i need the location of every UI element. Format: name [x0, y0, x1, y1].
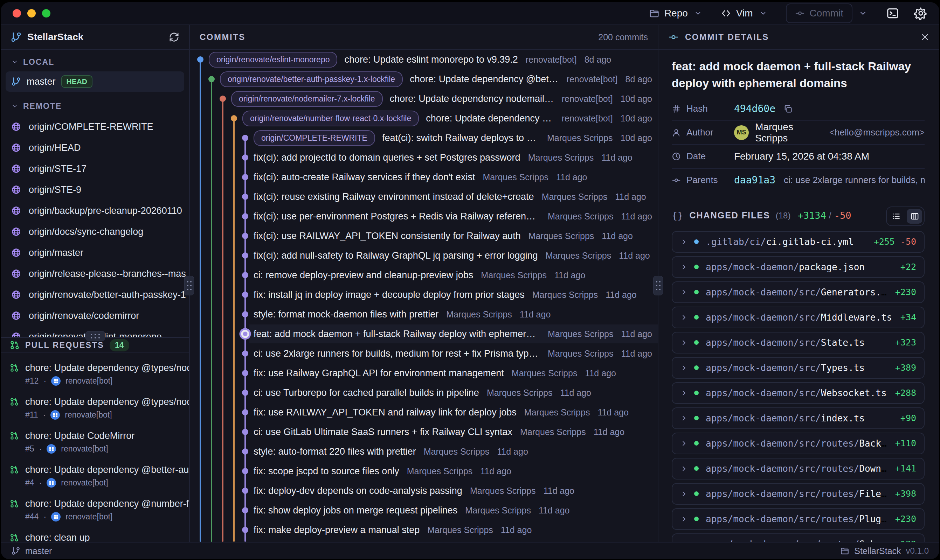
author-name: Marques Scripps — [755, 122, 822, 144]
columns-view-icon[interactable] — [910, 212, 919, 221]
chevron-right-icon[interactable] — [680, 414, 688, 422]
commit-row[interactable]: ci: use Turborepo for cached parallel bu… — [190, 383, 658, 403]
window-minimize-button[interactable] — [27, 9, 36, 17]
branch-badge[interactable]: origin/renovate/better-auth-passkey-1.x-… — [220, 71, 403, 87]
chevron-right-icon[interactable] — [680, 389, 688, 397]
chevron-right-icon[interactable] — [680, 263, 688, 271]
list-view-icon[interactable] — [892, 212, 901, 221]
commit-row[interactable]: fix(ci): auto-create Railway services if… — [190, 167, 658, 187]
changed-file-row[interactable]: apps/mock-daemon/src/Generators.ts +230 — [672, 282, 925, 303]
copy-icon[interactable] — [783, 104, 793, 114]
changed-file-row[interactable]: apps/mock-daemon/src/routes/Download… +1… — [672, 458, 925, 480]
file-deletions: -50 — [900, 237, 916, 247]
commit-row[interactable]: style: format mock-daemon files with pre… — [190, 305, 658, 324]
sidebar-item-remote-branch[interactable]: origin/master — [1, 242, 189, 263]
changed-file-row[interactable]: apps/mock-daemon/src/routes/Backups.… +1… — [672, 432, 925, 454]
commit-hash[interactable]: 494d60e — [734, 103, 775, 114]
changed-file-row[interactable]: apps/mock-daemon/src/routes/Plugins.… +2… — [672, 508, 925, 530]
pull-request-item[interactable]: chore: Update dependency @number-flo #44… — [1, 497, 189, 531]
window-zoom-button[interactable] — [42, 9, 51, 17]
sidebar-item-remote-branch[interactable]: origin/docs/sync-changelog — [1, 221, 189, 242]
branch-badge[interactable]: origin/renovate/eslint-monorepo — [209, 52, 337, 68]
pull-requests-splitter-handle[interactable] — [85, 331, 105, 341]
changed-file-row[interactable]: apps/mock-daemon/src/routes/Schedule… +1… — [672, 534, 925, 542]
commit-row[interactable]: fix(ci): use per-environment Postgres + … — [190, 206, 658, 226]
commit-row[interactable]: fix: scope jscpd to source files only Ma… — [190, 461, 658, 481]
sidebar-item-master[interactable]: master HEAD — [6, 71, 184, 92]
commit-button[interactable]: Commit — [786, 3, 852, 23]
commit-row[interactable]: fix(ci): reuse existing Railway environm… — [190, 187, 658, 206]
sidebar-item-remote-branch[interactable]: origin/release-please--branches--mas — [1, 263, 189, 284]
pull-request-item[interactable]: chore: Update CodeMirror #5 · renovate[b… — [1, 429, 189, 463]
file-directory: apps/mock-daemon/src/routes/ — [706, 539, 859, 542]
sidebar-splitter-handle[interactable] — [184, 276, 194, 295]
sidebar-item-remote-branch[interactable]: origin/backup/pre-cleanup-20260110 — [1, 200, 189, 221]
close-icon[interactable] — [920, 32, 929, 42]
commit-row[interactable]: fix: make deploy-preview a manual step M… — [190, 520, 658, 540]
commit-row[interactable]: origin/renovate/eslint-monorepo chore: U… — [190, 50, 658, 69]
branch-badge[interactable]: origin/renovate/number-flow-react-0.x-lo… — [242, 111, 419, 126]
commit-row[interactable]: fix: use Railway GraphQL API for environ… — [190, 363, 658, 383]
chevron-right-icon[interactable] — [680, 314, 688, 321]
chevron-right-icon[interactable] — [680, 515, 688, 523]
changed-file-row[interactable]: apps/mock-daemon/src/routes/Files.ts +39… — [672, 483, 925, 505]
commit-row[interactable]: origin/renovate/better-auth-passkey-1.x-… — [190, 69, 658, 89]
sidebar-item-remote-branch[interactable]: origin/COMPLETE-REWRITE — [1, 116, 189, 137]
chevron-right-icon[interactable] — [680, 490, 688, 498]
statusbar-branch[interactable]: master — [11, 546, 52, 556]
chevron-right-icon[interactable] — [680, 238, 688, 246]
details-splitter-handle[interactable] — [653, 276, 663, 295]
pull-request-item[interactable]: chore: Update dependency @types/node #11… — [1, 395, 189, 429]
terminal-button[interactable] — [886, 7, 899, 20]
changed-file-row[interactable]: .gitlab/ci/ci.gitlab-ci.yml +255 -50 — [672, 231, 925, 253]
window-close-button[interactable] — [12, 9, 21, 17]
commit-time: 11d ago — [556, 172, 593, 182]
chevron-right-icon[interactable] — [680, 465, 688, 472]
chevron-down-icon[interactable] — [859, 9, 867, 17]
commit-row[interactable]: fix: use RAILWAY_API_TOKEN and railway l… — [190, 403, 658, 422]
sidebar-item-remote-branch[interactable]: origin/HEAD — [1, 137, 189, 158]
parent-hash[interactable]: daa91a3 — [734, 174, 775, 186]
branch-badge[interactable]: origin/renovate/nodemailer-7.x-lockfile — [231, 91, 383, 107]
settings-gear-button[interactable] — [914, 7, 928, 20]
commit-row[interactable]: fix: install jq in deploy image + decoup… — [190, 285, 658, 305]
pull-request-item[interactable]: chore: Update dependency @types/node #12… — [1, 361, 189, 395]
commit-row[interactable]: ci: remove deploy-preview and cleanup-pr… — [190, 265, 658, 285]
commit-row[interactable]: fix(ci): add projectId to domain queries… — [190, 148, 658, 167]
commit-row[interactable]: ci: use 2xlarge runners for builds, medi… — [190, 344, 658, 363]
chevron-right-icon[interactable] — [680, 540, 688, 542]
changed-file-row[interactable]: apps/mock-daemon/src/Types.ts +389 — [672, 357, 925, 379]
changed-file-row[interactable]: apps/mock-daemon/src/index.ts +90 — [672, 408, 925, 429]
sidebar-item-remote-branch[interactable]: origin/renovate/codemirror — [1, 305, 189, 326]
commit-row[interactable]: ci: use GitLab Ultimate SaaS runners + f… — [190, 422, 658, 442]
sidebar-item-remote-branch[interactable]: origin/STE-9 — [1, 179, 189, 200]
sidebar-item-remote-branch[interactable]: origin/STE-17 — [1, 158, 189, 179]
commit-row[interactable]: origin/renovate/number-flow-react-0.x-lo… — [190, 109, 658, 128]
commit-row[interactable]: fix(ci): add null-safety to Railway Grap… — [190, 246, 658, 265]
pull-request-item[interactable]: chore: Update dependency @better-auth #4… — [1, 463, 189, 497]
changed-file-row[interactable]: apps/mock-daemon/src/State.ts +323 — [672, 332, 925, 354]
editor-dropdown[interactable]: Vim — [721, 8, 767, 19]
chevron-right-icon[interactable] — [680, 440, 688, 447]
local-section-header[interactable]: LOCAL — [1, 54, 189, 70]
changed-file-row[interactable]: apps/mock-daemon/src/Middleware.ts +34 — [672, 306, 925, 328]
chevron-right-icon[interactable] — [680, 364, 688, 372]
commit-row[interactable]: fix: show deploy jobs on merge request p… — [190, 500, 658, 520]
commit-row[interactable]: fix: deploy-dev depends on code-analysis… — [190, 481, 658, 500]
refresh-icon[interactable] — [169, 32, 179, 42]
pull-request-item[interactable]: chore: clean up · — [1, 531, 189, 542]
author-email: <hello@mscripps.com> — [829, 127, 925, 138]
branch-badge[interactable]: origin/COMPLETE-REWRITE — [254, 130, 375, 146]
commit-row[interactable]: origin/COMPLETE-REWRITE feat(ci): switch… — [190, 128, 658, 148]
commit-row[interactable]: feat: add mock daemon + full-stack Railw… — [190, 324, 658, 344]
commit-row[interactable]: origin/renovate/nodemailer-7.x-lockfile … — [190, 89, 658, 109]
remote-section-header[interactable]: REMOTE — [1, 98, 189, 114]
repo-dropdown[interactable]: Repo — [649, 8, 702, 19]
chevron-right-icon[interactable] — [680, 288, 688, 296]
changed-file-row[interactable]: apps/mock-daemon/src/Websocket.ts +288 — [672, 382, 925, 404]
commit-row[interactable]: style: auto-format 220 files with pretti… — [190, 442, 658, 461]
changed-file-row[interactable]: apps/mock-daemon/package.json +22 — [672, 256, 925, 278]
sidebar-item-remote-branch[interactable]: origin/renovate/better-auth-passkey-1 — [1, 284, 189, 305]
commit-row[interactable]: fix(ci): use RAILWAY_API_TOKEN consisten… — [190, 226, 658, 246]
chevron-right-icon[interactable] — [680, 339, 688, 346]
